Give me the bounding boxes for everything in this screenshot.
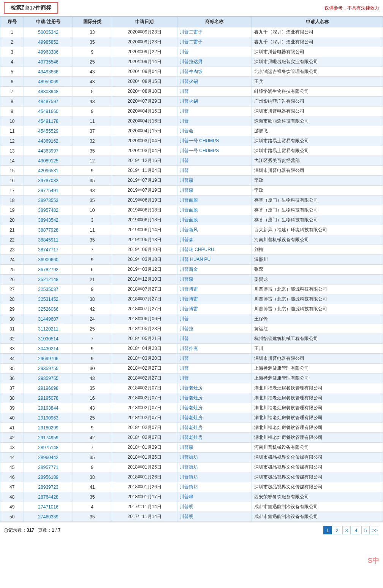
trademark-name-cell[interactable]: 川普 bbox=[177, 373, 252, 383]
trademark-name-cell[interactable]: 川普 bbox=[177, 314, 252, 324]
app-number-cell[interactable]: 31449607 bbox=[24, 314, 73, 324]
app-number-cell[interactable]: 29193844 bbox=[24, 403, 73, 413]
app-number-cell[interactable]: 44369162 bbox=[24, 136, 73, 146]
trademark-name-cell[interactable]: 川普 bbox=[177, 364, 252, 373]
app-number-cell[interactable]: 38957482 bbox=[24, 205, 73, 215]
app-number-cell[interactable]: 28957771 bbox=[24, 462, 73, 472]
app-number-cell[interactable]: 29190963 bbox=[24, 413, 73, 423]
app-number-cell[interactable]: 49735546 bbox=[24, 57, 73, 67]
app-number-cell[interactable]: 48808948 bbox=[24, 87, 73, 97]
trademark-name-cell[interactable]: 川普扑克 bbox=[177, 344, 252, 354]
app-number-cell[interactable]: 30430214 bbox=[24, 344, 73, 354]
trademark-name-cell[interactable]: 川普老灶房 bbox=[177, 423, 252, 433]
app-number-cell[interactable]: 29174959 bbox=[24, 433, 73, 443]
app-number-cell[interactable]: 36909660 bbox=[24, 255, 73, 265]
trademark-name-cell[interactable]: 川普会 bbox=[177, 126, 252, 136]
trademark-name-cell[interactable]: 川普明 bbox=[177, 512, 252, 522]
page-btn-2[interactable]: 2 bbox=[333, 526, 341, 534]
trademark-name-cell[interactable]: 川普二雷子 bbox=[177, 27, 252, 37]
page-btn-4[interactable]: 4 bbox=[352, 526, 360, 534]
app-number-cell[interactable]: 28764428 bbox=[24, 492, 73, 502]
app-number-cell[interactable]: 49493666 bbox=[24, 67, 73, 77]
app-number-cell[interactable]: 38747717 bbox=[24, 245, 73, 255]
trademark-name-cell[interactable]: 川普牛肉饭 bbox=[177, 67, 252, 77]
app-number-cell[interactable]: 29359755 bbox=[24, 373, 73, 383]
app-number-cell[interactable]: 38877928 bbox=[24, 225, 73, 235]
trademark-name-cell[interactable]: 川普老灶房 bbox=[177, 413, 252, 423]
app-number-cell[interactable]: 31120211 bbox=[24, 324, 73, 334]
trademark-name-cell[interactable]: 川普森 bbox=[177, 443, 252, 453]
trademark-name-cell[interactable]: 川普斯金 bbox=[177, 265, 252, 275]
trademark-name-cell[interactable]: 川普明 bbox=[177, 502, 252, 512]
app-number-cell[interactable]: 29359755 bbox=[24, 364, 73, 373]
trademark-name-cell[interactable]: 川普面膜 bbox=[177, 215, 252, 225]
trademark-name-cell[interactable]: 川普 bbox=[177, 87, 252, 97]
trademark-name-cell[interactable]: 川普 bbox=[177, 354, 252, 364]
trademark-name-cell[interactable]: 川普拉达男 bbox=[177, 57, 252, 67]
app-number-cell[interactable]: 50005342 bbox=[24, 27, 73, 37]
app-number-cell[interactable]: 35212148 bbox=[24, 275, 73, 284]
trademark-name-cell[interactable]: 川普一号 CHUMPS bbox=[177, 146, 252, 156]
app-number-cell[interactable]: 28960442 bbox=[24, 453, 73, 462]
app-number-cell[interactable]: 45491178 bbox=[24, 116, 73, 126]
trademark-name-cell[interactable]: 川普 bbox=[177, 106, 252, 116]
app-number-cell[interactable]: 39775491 bbox=[24, 186, 73, 195]
trademark-name-cell[interactable]: 川普博雷 bbox=[177, 304, 252, 314]
app-number-cell[interactable]: 28939723 bbox=[24, 482, 73, 492]
trademark-name-cell[interactable]: 川普 bbox=[177, 334, 252, 344]
app-number-cell[interactable]: 39787082 bbox=[24, 176, 73, 186]
app-number-cell[interactable]: 27471016 bbox=[24, 502, 73, 512]
app-number-cell[interactable]: 38845911 bbox=[24, 235, 73, 245]
trademark-name-cell[interactable]: 川普火锅 bbox=[177, 77, 252, 87]
trademark-name-cell[interactable]: 川普 bbox=[177, 47, 252, 57]
app-number-cell[interactable]: 42096531 bbox=[24, 166, 73, 176]
app-number-cell[interactable]: 28975148 bbox=[24, 443, 73, 453]
app-number-cell[interactable]: 29195078 bbox=[24, 393, 73, 403]
trademark-name-cell[interactable]: 川普面膜 bbox=[177, 195, 252, 205]
trademark-name-cell[interactable]: 川普街坊 bbox=[177, 472, 252, 482]
trademark-name-cell[interactable]: 川普博雷 bbox=[177, 284, 252, 294]
app-number-cell[interactable]: 38973553 bbox=[24, 195, 73, 205]
app-number-cell[interactable]: 29699706 bbox=[24, 354, 73, 364]
app-number-cell[interactable]: 31030514 bbox=[24, 334, 73, 344]
trademark-name-cell[interactable]: 川普一号 CHUMPS bbox=[177, 136, 252, 146]
app-number-cell[interactable]: 48487597 bbox=[24, 97, 73, 106]
app-number-cell[interactable]: 49963386 bbox=[24, 47, 73, 57]
trademark-name-cell[interactable]: 川普 bbox=[177, 116, 252, 126]
app-number-cell[interactable]: 38943542 bbox=[24, 215, 73, 225]
app-number-cell[interactable]: 27460389 bbox=[24, 512, 73, 522]
app-number-cell[interactable]: 32535087 bbox=[24, 284, 73, 294]
page-btn-3[interactable]: 3 bbox=[342, 526, 351, 534]
trademark-name-cell[interactable]: 川普瑞 CHPURU bbox=[177, 245, 252, 255]
page-btn-1[interactable]: 1 bbox=[323, 526, 332, 534]
app-number-cell[interactable]: 49985852 bbox=[24, 37, 73, 47]
app-number-cell[interactable]: 28956189 bbox=[24, 472, 73, 482]
app-number-cell[interactable]: 32526066 bbox=[24, 304, 73, 314]
app-number-cell[interactable]: 36782792 bbox=[24, 265, 73, 275]
trademark-name-cell[interactable]: 川普拉 bbox=[177, 324, 252, 334]
trademark-name-cell[interactable]: 川普博雷 bbox=[177, 294, 252, 304]
trademark-name-cell[interactable]: 川普火锅 bbox=[177, 97, 252, 106]
trademark-name-cell[interactable]: 川普森 bbox=[177, 186, 252, 195]
app-number-cell[interactable]: 45455529 bbox=[24, 126, 73, 136]
trademark-name-cell[interactable]: 川普老灶房 bbox=[177, 393, 252, 403]
trademark-name-cell[interactable]: 川普老灶房 bbox=[177, 403, 252, 413]
trademark-name-cell[interactable]: 川普街坊 bbox=[177, 462, 252, 472]
trademark-name-cell[interactable]: 川普新风 bbox=[177, 225, 252, 235]
pagination[interactable]: 1 2 3 4 5 >> bbox=[323, 526, 379, 534]
app-number-cell[interactable]: 32531452 bbox=[24, 294, 73, 304]
app-number-cell[interactable]: 44363997 bbox=[24, 146, 73, 156]
app-number-cell[interactable]: 29180299 bbox=[24, 423, 73, 433]
trademark-name-cell[interactable]: 川普面膜 bbox=[177, 205, 252, 215]
trademark-name-cell[interactable]: 川普森 bbox=[177, 275, 252, 284]
trademark-name-cell[interactable]: 川普街坊 bbox=[177, 482, 252, 492]
trademark-name-cell[interactable]: 川普 bbox=[177, 166, 252, 176]
trademark-name-cell[interactable]: 川普 bbox=[177, 156, 252, 166]
app-number-cell[interactable]: 45491660 bbox=[24, 106, 73, 116]
trademark-name-cell[interactable]: 川普老灶房 bbox=[177, 433, 252, 443]
app-number-cell[interactable]: 29196698 bbox=[24, 383, 73, 393]
trademark-name-cell[interactable]: 川普 HUAN PU bbox=[177, 255, 252, 265]
trademark-name-cell[interactable]: 川普老灶房 bbox=[177, 383, 252, 393]
trademark-name-cell[interactable]: 川普串 bbox=[177, 492, 252, 502]
trademark-name-cell[interactable]: 川普二雷子 bbox=[177, 37, 252, 47]
